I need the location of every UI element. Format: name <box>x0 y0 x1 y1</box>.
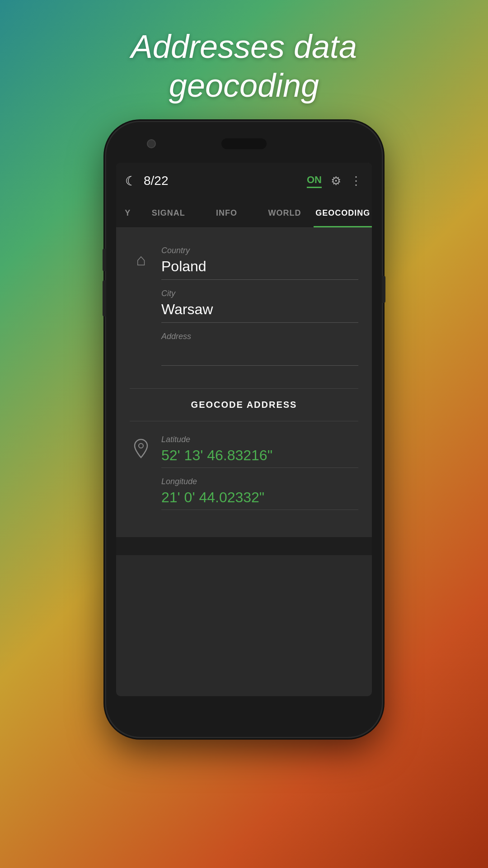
gps-count: 8/22 <box>144 174 169 188</box>
latitude-label: Latitude <box>161 435 358 444</box>
content-area: ⌂ Country Poland City Warsaw Address <box>116 228 372 537</box>
country-value[interactable]: Poland <box>161 258 358 280</box>
latitude-value: 52' 13' 46.83216" <box>161 447 358 468</box>
page-title: Addresses datageocoding <box>0 27 488 105</box>
phone-power <box>382 276 385 303</box>
settings-icon[interactable]: ⚙ <box>331 174 341 188</box>
phone-device: ☾ 8/22 ON ⚙ ⋮ Y SIGNAL INFO WORLD <box>106 122 382 737</box>
latitude-group: Latitude 52' 13' 46.83216" <box>161 435 358 468</box>
phone-vol-up <box>103 249 106 271</box>
more-options-icon[interactable]: ⋮ <box>350 174 363 188</box>
location-pin-icon <box>130 435 152 519</box>
status-left: ☾ 8/22 <box>125 174 169 189</box>
city-label: City <box>161 289 358 298</box>
bottom-area <box>116 537 372 555</box>
geocode-address-button[interactable]: GEOCODE ADDRESS <box>130 388 358 421</box>
city-value[interactable]: Warsaw <box>161 301 358 323</box>
address-value[interactable] <box>161 344 358 366</box>
address-label: Address <box>161 332 358 341</box>
fields-container: Country Poland City Warsaw Address <box>161 246 358 375</box>
tab-partial[interactable]: Y <box>116 199 139 227</box>
city-field-group: City Warsaw <box>161 289 358 323</box>
on-toggle[interactable]: ON <box>307 174 322 188</box>
phone-vol-down <box>103 280 106 316</box>
longitude-group: Longitude 21' 0' 44.02332" <box>161 477 358 510</box>
status-bar: ☾ 8/22 ON ⚙ ⋮ <box>116 163 372 199</box>
longitude-value: 21' 0' 44.02332" <box>161 489 358 510</box>
home-icon: ⌂ <box>130 246 152 375</box>
longitude-label: Longitude <box>161 477 358 486</box>
tab-geocoding[interactable]: GEOCODING <box>314 199 372 227</box>
address-section: ⌂ Country Poland City Warsaw Address <box>130 237 358 384</box>
country-label: Country <box>161 246 358 255</box>
phone-speaker <box>221 138 267 149</box>
moon-icon: ☾ <box>125 174 136 189</box>
phone-screen: ☾ 8/22 ON ⚙ ⋮ Y SIGNAL INFO WORLD <box>116 163 372 696</box>
phone-camera <box>147 139 156 148</box>
location-section: Latitude 52' 13' 46.83216" Longitude 21'… <box>130 426 358 528</box>
tab-info[interactable]: INFO <box>197 199 256 227</box>
address-field-group: Address <box>161 332 358 366</box>
svg-point-0 <box>139 443 143 448</box>
tab-world[interactable]: WORLD <box>256 199 314 227</box>
nav-tabs: Y SIGNAL INFO WORLD GEOCODING <box>116 199 372 228</box>
coords-container: Latitude 52' 13' 46.83216" Longitude 21'… <box>161 435 358 519</box>
tab-signal[interactable]: SIGNAL <box>139 199 197 227</box>
country-field-group: Country Poland <box>161 246 358 280</box>
status-right: ON ⚙ ⋮ <box>307 174 363 188</box>
